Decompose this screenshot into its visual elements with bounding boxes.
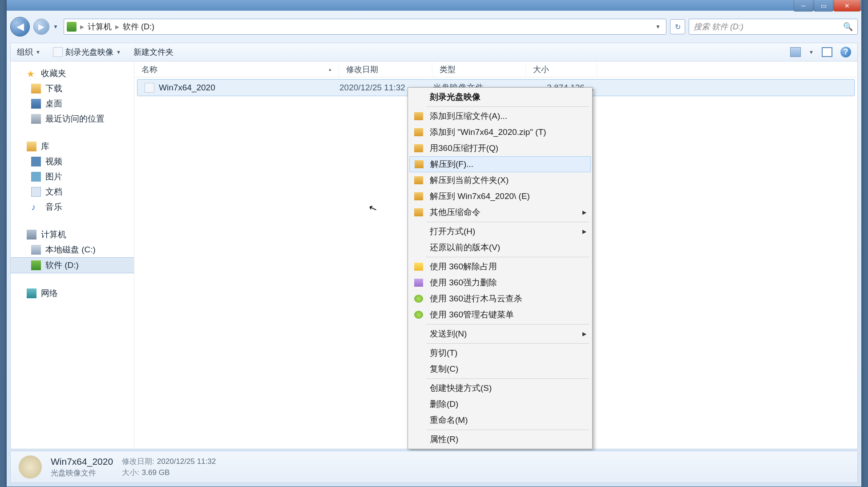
refresh-button[interactable]: ↻ [670, 19, 685, 34]
column-type[interactable]: 类型 [432, 61, 526, 77]
ctx-label: 添加到压缩文件(A)... [430, 110, 507, 122]
new-folder-label: 新建文件夹 [133, 47, 174, 57]
desktop-icon [31, 99, 41, 109]
sidebar-label: 库 [41, 141, 49, 152]
ctx-rename[interactable]: 重命名(M) [409, 412, 591, 428]
ctx-label: 解压到当前文件夹(X) [430, 175, 509, 186]
column-name[interactable]: 名称 ▴ [134, 61, 339, 77]
maximize-button[interactable]: ▭ [814, 0, 833, 12]
ctx-label: 其他压缩命令 [430, 207, 480, 218]
burn-label: 刻录光盘映像 [65, 47, 113, 57]
ctx-360-scan[interactable]: 使用 360进行木马云查杀 [409, 291, 591, 307]
ctx-send-to[interactable]: 发送到(N) ▶ [409, 326, 591, 342]
sidebar-label: 收藏夹 [41, 68, 66, 79]
sidebar-item-pictures[interactable]: 图片 [11, 169, 134, 184]
ctx-360-force-del[interactable]: 使用 360强力删除 [409, 275, 591, 291]
ctx-label: 复制(C) [430, 363, 458, 375]
sidebar-item-desktop[interactable]: 桌面 [11, 96, 134, 111]
ctx-open-with[interactable]: 打开方式(H) ▶ [409, 223, 591, 239]
search-input[interactable]: 搜索 软件 (D:) 🔍 [689, 19, 858, 35]
ctx-360-unlock[interactable]: 使用 360解除占用 [409, 259, 591, 275]
organize-label: 组织 [17, 47, 33, 57]
sidebar-item-music[interactable]: ♪ 音乐 [11, 199, 134, 215]
360-icon [414, 263, 423, 271]
sidebar-item-local-c[interactable]: 本地磁盘 (C:) [11, 242, 134, 257]
iso-file-icon [145, 83, 154, 93]
sidebar-computer[interactable]: 计算机 [11, 227, 134, 242]
main-area: ★ 收藏夹 下载 桌面 最近访问的位置 [10, 61, 858, 449]
burn-image-button[interactable]: 刻录光盘映像 ▼ [53, 47, 121, 57]
status-title: Win7x64_2020 [51, 456, 113, 467]
ctx-separator [426, 378, 589, 379]
sidebar-item-downloads[interactable]: 下载 [11, 81, 134, 96]
sidebar-libraries[interactable]: 库 [11, 139, 134, 154]
ctx-label: 重命名(M) [430, 414, 468, 426]
ctx-delete[interactable]: 删除(D) [409, 396, 591, 412]
ctx-create-shortcut[interactable]: 创建快捷方式(S) [409, 380, 591, 396]
breadcrumb-drive[interactable]: 软件 (D:) [123, 21, 154, 32]
new-folder-button[interactable]: 新建文件夹 [133, 47, 174, 57]
ctx-label: 发送到(N) [430, 328, 467, 340]
ctx-extract-here[interactable]: 解压到当前文件夹(X) [409, 172, 591, 188]
sidebar-label: 最近访问的位置 [45, 113, 105, 125]
ctx-label: 用360压缩打开(Q) [430, 142, 498, 154]
archive-icon [414, 192, 423, 200]
chevron-down-icon[interactable]: ▼ [809, 49, 814, 55]
sidebar-item-videos[interactable]: 视频 [11, 154, 134, 169]
sidebar-label: 网络 [41, 288, 58, 299]
breadcrumb-computer[interactable]: 计算机 [88, 21, 112, 32]
context-menu: 刻录光盘映像 添加到压缩文件(A)... 添加到 "Win7x64_2020.z… [408, 87, 593, 449]
ctx-extract-to-folder[interactable]: 解压到 Win7x64_2020\ (E) [409, 188, 591, 204]
ctx-burn-image[interactable]: 刻录光盘映像 [409, 89, 591, 105]
star-icon: ★ [27, 69, 36, 78]
history-dropdown[interactable]: ▼ [53, 24, 60, 30]
status-date-label: 修改日期: [122, 457, 154, 466]
sidebar-item-recent[interactable]: 最近访问的位置 [11, 111, 134, 126]
ctx-label: 解压到 Win7x64_2020\ (E) [430, 191, 530, 202]
ctx-add-to-zip[interactable]: 添加到 "Win7x64_2020.zip" (T) [409, 124, 591, 140]
back-button[interactable]: ◀ [10, 17, 30, 37]
sidebar-item-documents[interactable]: 文档 [11, 184, 134, 199]
ctx-separator [426, 222, 589, 222]
pictures-icon [31, 172, 41, 182]
search-icon: 🔍 [843, 22, 853, 32]
sidebar-favorites[interactable]: ★ 收藏夹 [11, 66, 134, 81]
archive-icon [415, 160, 424, 168]
column-size[interactable]: 大小 [526, 61, 597, 77]
view-button[interactable] [790, 47, 801, 57]
file-name: Win7x64_2020 [159, 83, 215, 93]
ctx-cut[interactable]: 剪切(T) [409, 345, 591, 361]
forward-button[interactable]: ▶ [33, 19, 49, 35]
close-button[interactable]: ✕ [834, 0, 860, 12]
ctx-copy[interactable]: 复制(C) [409, 361, 591, 377]
ctx-properties[interactable]: 属性(R) [409, 431, 591, 447]
ctx-open-360zip[interactable]: 用360压缩打开(Q) [409, 140, 591, 156]
video-icon [31, 157, 41, 166]
ctx-label: 属性(R) [430, 434, 458, 445]
sidebar-item-soft-d[interactable]: 软件 (D:) [11, 257, 134, 273]
column-label: 大小 [533, 64, 549, 75]
address-dropdown[interactable]: ▼ [653, 24, 663, 30]
minimize-button[interactable]: ─ [794, 0, 813, 12]
address-bar[interactable]: ▸ 计算机 ▸ 软件 (D:) ▼ [64, 19, 666, 35]
ctx-label: 还原以前的版本(V) [430, 242, 500, 253]
ctx-extract-to[interactable]: 解压到(F)... [409, 156, 591, 172]
ctx-label: 创建快捷方式(S) [430, 382, 492, 394]
ctx-label: 添加到 "Win7x64_2020.zip" (T) [430, 126, 546, 138]
ctx-label: 使用 360进行木马云查杀 [430, 293, 522, 304]
sidebar-network[interactable]: 网络 [11, 286, 134, 301]
ctx-separator [426, 343, 589, 344]
ctx-add-to-archive[interactable]: 添加到压缩文件(A)... [409, 108, 591, 124]
library-icon [27, 142, 36, 151]
organize-menu[interactable]: 组织 ▼ [17, 47, 40, 57]
preview-pane-button[interactable] [822, 47, 832, 57]
search-placeholder: 搜索 软件 (D:) [694, 21, 743, 32]
ctx-other-zip[interactable]: 其他压缩命令 ▶ [409, 204, 591, 220]
help-button[interactable]: ? [840, 47, 851, 57]
360-icon [414, 311, 423, 319]
ctx-separator [426, 257, 589, 257]
column-date[interactable]: 修改日期 [339, 61, 432, 77]
ctx-restore-prev[interactable]: 还原以前的版本(V) [409, 239, 591, 256]
submenu-arrow-icon: ▶ [582, 228, 586, 235]
ctx-360-manage-menu[interactable]: 使用 360管理右键菜单 [409, 307, 591, 323]
